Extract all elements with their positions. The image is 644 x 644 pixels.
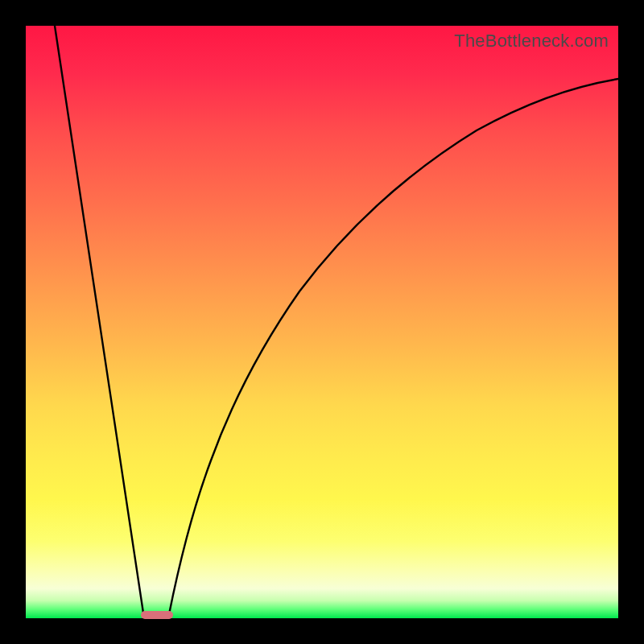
bottleneck-curve bbox=[26, 26, 618, 618]
chart-frame: TheBottleneck.com bbox=[0, 0, 644, 644]
curve-left-branch bbox=[55, 26, 144, 618]
chart-plot-area: TheBottleneck.com bbox=[26, 26, 618, 618]
minimum-marker bbox=[141, 611, 173, 619]
curve-right-branch bbox=[168, 79, 618, 618]
